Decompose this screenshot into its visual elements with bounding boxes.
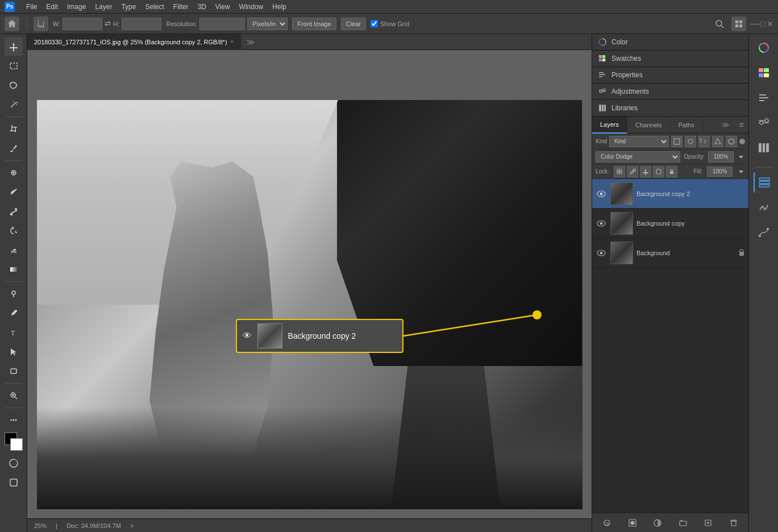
menu-help[interactable]: Help — [272, 3, 286, 11]
layer-styles-button[interactable]: fx — [600, 516, 614, 530]
layer-group-button[interactable] — [676, 516, 690, 530]
menu-window[interactable]: Window — [239, 3, 264, 11]
lock-move-icon[interactable] — [640, 166, 651, 177]
height-input[interactable] — [122, 18, 161, 30]
rectangular-marquee-tool[interactable] — [5, 57, 23, 75]
channels-tab[interactable]: Channels — [627, 117, 670, 134]
canvas-viewport[interactable]: 👁 Background copy 2 — [27, 50, 592, 518]
panel-paths-btn[interactable] — [754, 222, 774, 243]
lock-artboard-icon[interactable] — [653, 166, 664, 177]
clear-button[interactable]: Clear — [341, 18, 366, 30]
eraser-tool[interactable] — [5, 241, 23, 259]
restore-icon[interactable]: □ — [761, 19, 765, 28]
lock-all-icon[interactable] — [666, 166, 677, 177]
layer-visibility-icon[interactable] — [596, 188, 607, 200]
color-section-header[interactable]: Color — [592, 34, 748, 50]
dodge-tool[interactable] — [5, 285, 23, 303]
status-arrow[interactable]: > — [130, 522, 134, 529]
menu-image[interactable]: Image — [67, 3, 86, 11]
image-crop-tool-icon[interactable] — [34, 16, 48, 31]
move-tool[interactable] — [5, 38, 23, 56]
width-input[interactable] — [63, 18, 102, 30]
layer-visibility-icon[interactable] — [596, 247, 607, 259]
properties-section-header[interactable]: Properties — [592, 67, 748, 83]
fill-chevron-icon[interactable] — [737, 168, 745, 176]
menu-3d[interactable]: 3D — [197, 3, 206, 11]
zoom-tool[interactable] — [5, 386, 23, 405]
panel-properties-btn[interactable] — [754, 88, 774, 108]
pixels-per-select[interactable]: Pixels/in — [247, 18, 288, 30]
layer-mask-button[interactable] — [625, 516, 640, 530]
pen-tool[interactable] — [5, 304, 23, 322]
show-grid-checkbox[interactable] — [371, 20, 378, 27]
layers-tab-menu-icon[interactable]: ≡ — [734, 120, 748, 130]
kind-smartobject-icon[interactable] — [726, 136, 737, 147]
home-button[interactable] — [5, 16, 19, 31]
swatches-section-header[interactable]: Swatches — [592, 51, 748, 66]
panel-libraries-btn[interactable] — [754, 138, 774, 158]
panel-swatches-btn[interactable] — [754, 63, 774, 83]
minimize-icon[interactable]: — — [751, 19, 760, 29]
more-tools[interactable] — [5, 411, 23, 429]
menu-file[interactable]: File — [26, 3, 37, 11]
menu-select[interactable]: Select — [145, 3, 164, 11]
layer-item[interactable]: Background copy 2 — [592, 179, 748, 209]
menu-view[interactable]: View — [215, 3, 230, 11]
kind-type-icon[interactable]: T T — [698, 136, 710, 147]
text-tool[interactable]: T — [5, 323, 23, 342]
screen-mode[interactable] — [5, 473, 23, 492]
history-brush-tool[interactable] — [5, 222, 23, 240]
magic-wand-tool[interactable] — [5, 95, 23, 114]
quick-mask-mode[interactable] — [5, 454, 23, 472]
lock-paint-icon[interactable] — [627, 166, 638, 177]
menu-layer[interactable]: Layer — [95, 3, 112, 11]
crop-tool[interactable] — [5, 120, 23, 138]
healing-brush-tool[interactable] — [5, 164, 23, 182]
menu-filter[interactable]: Filter — [173, 3, 189, 11]
panel-channels-btn[interactable] — [754, 197, 774, 218]
brush-tool[interactable] — [5, 183, 23, 201]
panel-layers-btn[interactable] — [754, 172, 774, 193]
clone-stamp-tool[interactable] — [5, 202, 23, 221]
adjustments-section-header[interactable]: Adjustments — [592, 84, 748, 99]
panel-adjustments-btn[interactable] — [754, 113, 774, 133]
blend-mode-select[interactable]: Color Dodge — [596, 151, 680, 163]
panels-collapse-btn[interactable]: ≫ — [243, 38, 259, 47]
path-selection-tool[interactable] — [5, 343, 23, 361]
arrange-windows-btn[interactable] — [731, 16, 746, 31]
layers-tab[interactable]: Layers — [592, 117, 627, 134]
gradient-tool[interactable] — [5, 260, 23, 279]
fill-value[interactable]: 100% — [707, 167, 733, 177]
shape-tool[interactable] — [5, 362, 23, 380]
kind-adjustment-icon[interactable] — [685, 136, 696, 147]
lock-pixels-icon[interactable] — [614, 166, 625, 177]
resolution-input[interactable] — [199, 18, 245, 30]
opacity-value[interactable]: 100% — [708, 151, 734, 163]
layer-item[interactable]: Background copy — [592, 209, 748, 238]
panel-color-btn[interactable] — [754, 38, 774, 58]
close-icon[interactable]: ✕ — [767, 19, 773, 28]
layer-item[interactable]: Background — [592, 238, 748, 268]
menu-type[interactable]: Type — [121, 3, 136, 11]
menu-edit[interactable]: Edit — [46, 3, 58, 11]
front-image-button[interactable]: Front Image — [292, 18, 336, 30]
swap-icon[interactable]: ⇄ — [105, 19, 111, 28]
opacity-chevron-icon[interactable] — [737, 153, 745, 161]
layers-expand-icon[interactable]: ≫ — [717, 120, 734, 129]
adjustment-layer-button[interactable] — [650, 516, 665, 530]
eyedropper-tool[interactable] — [5, 139, 23, 157]
libraries-section-header[interactable]: Libraries — [592, 100, 748, 116]
delete-layer-button[interactable] — [726, 516, 741, 530]
layer-visibility-icon[interactable] — [596, 218, 607, 229]
background-color[interactable] — [10, 438, 23, 451]
kind-pixel-icon[interactable] — [671, 136, 683, 147]
kind-shape-icon[interactable] — [712, 136, 723, 147]
paths-tab[interactable]: Paths — [671, 117, 703, 134]
close-tab-button[interactable]: × — [231, 39, 234, 45]
document-tab[interactable]: 20180330_172737171_iOS.jpg @ 25% (Backgr… — [27, 34, 241, 50]
kind-select[interactable]: Kind — [609, 136, 669, 147]
callout-visibility-icon[interactable]: 👁 — [243, 331, 252, 341]
new-layer-button[interactable] — [701, 516, 715, 530]
color-boxes[interactable] — [5, 433, 23, 451]
search-button[interactable] — [712, 16, 727, 31]
